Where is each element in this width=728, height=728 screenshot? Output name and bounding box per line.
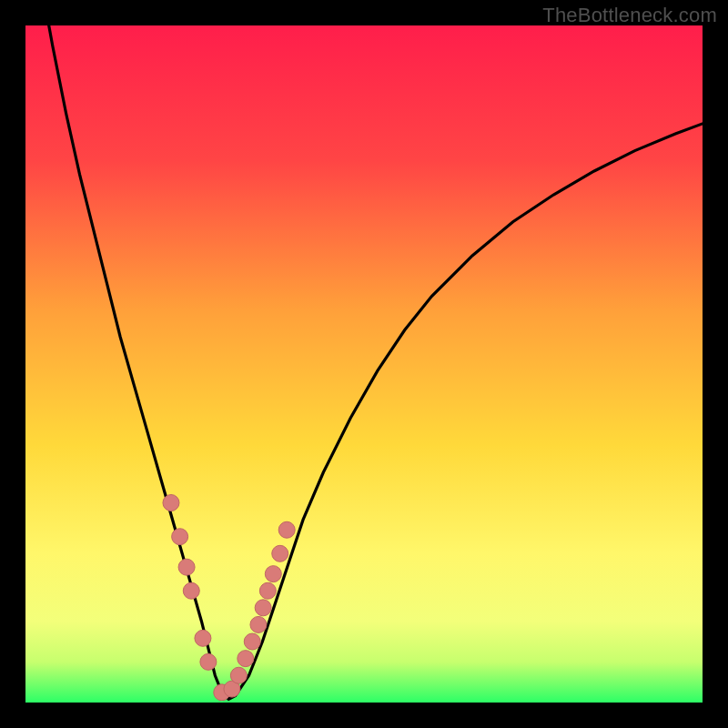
data-marker [183, 582, 199, 599]
data-marker [163, 495, 179, 511]
notable-points [25, 25, 703, 703]
data-marker [230, 667, 247, 683]
data-marker [238, 651, 254, 667]
data-marker [200, 653, 217, 670]
data-marker [255, 600, 271, 616]
data-marker [265, 566, 281, 582]
watermark-text: TheBottleneck.com [542, 4, 717, 27]
data-marker [278, 521, 295, 538]
data-marker [172, 529, 188, 545]
data-marker [244, 633, 260, 650]
data-marker [272, 545, 288, 561]
data-marker [195, 630, 211, 646]
data-marker [250, 616, 267, 632]
plot-area [25, 25, 703, 703]
data-marker [259, 582, 276, 599]
chart-frame: TheBottleneck.com [0, 0, 728, 728]
data-marker [178, 559, 195, 575]
